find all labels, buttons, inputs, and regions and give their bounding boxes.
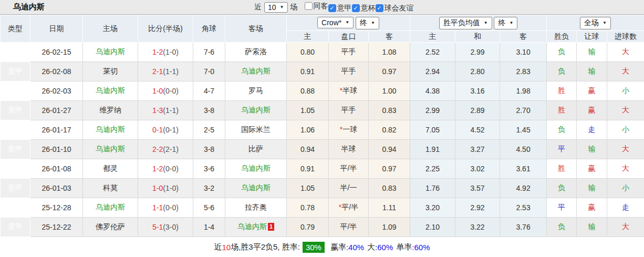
cell-handicap: 平手 — [329, 43, 369, 62]
footer-single-label: 单率 — [396, 242, 412, 252]
col-score: 比分(半场) — [138, 15, 193, 43]
cell-date: 26-02-15 — [30, 43, 83, 62]
cell-score: 1-1(0-0) — [138, 198, 193, 218]
handicap-text: 平/半 — [341, 203, 358, 211]
handicap-text: 半/一 — [340, 183, 357, 192]
half-score: (1-0) — [163, 184, 179, 192]
cell-avg-draw: 2.99 — [455, 43, 500, 62]
cell-avg-win: 2.52 — [410, 43, 455, 62]
table-row: 意甲 26-01-08 都灵 1-2(0-0) 3-6 乌迪内斯 0.91 平/… — [1, 159, 644, 179]
cell-handicap: 半球 — [329, 140, 369, 159]
footer-summary: 场,胜3平2负5, 胜率: — [231, 242, 300, 252]
col-handicap: 盘口 — [329, 31, 369, 43]
away-team-name: 比萨 — [248, 145, 263, 153]
home-team-name: 乌迪内斯 — [96, 86, 125, 95]
filter-controls: 近 10 ▼ 场 同客✓意甲✓意杯✓球会友谊 — [254, 0, 414, 14]
avg-select-group: 胜平负均值 ▼ 终 ▼ — [410, 15, 547, 31]
cell-odds-away: 0.94 — [369, 140, 410, 159]
odds-stage-select[interactable]: 终 ▼ — [356, 17, 379, 29]
cell-date: 26-01-17 — [30, 120, 83, 140]
cell-score: 1-3(1-1) — [138, 101, 193, 120]
cell-avg-lose: 1.98 — [500, 81, 547, 101]
odds-stage-value: 终 — [360, 18, 367, 28]
cell-avg-win: 3.20 — [410, 198, 455, 218]
home-team-name: 维罗纳 — [99, 106, 121, 114]
checkbox-icon[interactable]: ✓ — [352, 4, 360, 12]
handicap-text: 平手 — [341, 106, 356, 114]
cell-goals-result: 大 — [607, 159, 644, 179]
half-score: (1-1) — [163, 67, 179, 76]
cell-avg-win: 1.76 — [410, 179, 455, 198]
cell-corners: 3-6 — [193, 159, 225, 179]
cell-goals-result: 小 — [607, 120, 644, 140]
cell-home-team: 乌迪内斯 — [83, 140, 138, 159]
col-type: 类型 — [1, 15, 30, 43]
chevron-down-icon: ▼ — [603, 20, 607, 25]
cell-avg-draw: 2.92 — [455, 198, 500, 218]
cell-avg-win: 2.94 — [410, 62, 455, 81]
final-score: 1-2 — [152, 165, 163, 173]
cell-league: 意甲 — [1, 101, 30, 120]
matches-label: 场 — [290, 3, 298, 12]
footer-win-pct: :40% — [346, 243, 364, 252]
filter-checkbox[interactable]: ✓意杯 — [352, 4, 376, 13]
checkbox-icon[interactable]: ✓ — [328, 4, 336, 12]
cell-date: 26-01-08 — [30, 159, 83, 179]
cell-away-team: 比萨 — [225, 140, 287, 159]
cell-handicap: *半球 — [329, 81, 369, 101]
cell-score: 1-0(1-0) — [138, 179, 193, 198]
checkbox-icon[interactable] — [305, 2, 313, 10]
cell-avg-win: 2.10 — [410, 218, 455, 237]
chevron-down-icon: ▼ — [371, 20, 375, 25]
cell-home-team: 乌迪内斯 — [83, 81, 138, 101]
cell-handicap: 平/半 — [329, 159, 369, 179]
cell-score: 5-1(3-0) — [138, 218, 193, 237]
avg-type-select[interactable]: 胜平负均值 ▼ — [439, 17, 492, 29]
cell-league: 意甲 — [1, 198, 30, 218]
checkbox-icon[interactable]: ✓ — [376, 4, 383, 12]
cell-handicap-result: 输 — [577, 218, 607, 237]
cell-corners: 7-0 — [193, 62, 225, 81]
cell-avg-lose: 2.53 — [500, 198, 547, 218]
chevron-down-icon: ▼ — [280, 5, 284, 9]
half-score: (2-1) — [163, 145, 179, 153]
col-result: 胜负 — [547, 31, 577, 43]
cell-avg-draw: 3.27 — [455, 140, 500, 159]
cell-goals-result: 小 — [607, 81, 644, 101]
handicap-text: 平手 — [341, 67, 356, 75]
cell-odds-away: 0.97 — [369, 159, 410, 179]
avg-type-value: 胜平负均值 — [443, 18, 480, 28]
filter-checkbox[interactable]: ✓球会友谊 — [376, 4, 414, 13]
col-date: 日期 — [30, 15, 83, 43]
cell-date: 26-02-03 — [30, 81, 83, 101]
table-row: 意甲 26-01-03 科莫 1-0(1-0) 3-2 乌迪内斯 1.05 半/… — [1, 179, 644, 198]
cell-league: 意甲 — [1, 140, 30, 159]
cell-odds-home: 0.91 — [287, 159, 329, 179]
match-count-select[interactable]: 10 ▼ — [264, 2, 288, 13]
scope-select[interactable]: 全场 ▼ — [580, 17, 611, 29]
avg-stage-select[interactable]: 终 ▼ — [494, 17, 517, 29]
cell-league: 意甲 — [1, 62, 30, 81]
handicap-text: 平/半 — [340, 222, 357, 231]
cell-odds-home: 0.79 — [287, 218, 329, 237]
final-score: 1-0 — [152, 87, 163, 95]
handicap-text: 平/半 — [340, 164, 357, 172]
col-avg-away: 客 — [500, 31, 547, 43]
odds-provider-select[interactable]: Crow* ▼ — [317, 17, 354, 28]
handicap-text: 平手 — [341, 47, 356, 56]
cell-avg-draw: 2.80 — [455, 62, 500, 81]
half-score: (3-0) — [163, 223, 179, 231]
cell-result: 负 — [547, 62, 577, 81]
cell-corners: 3-8 — [193, 140, 225, 159]
promotion-badge: 1 — [268, 223, 274, 231]
footer-count: 10 — [222, 243, 231, 252]
final-score: 0-1 — [152, 126, 163, 134]
filter-checkbox[interactable]: ✓意甲 — [328, 4, 352, 13]
match-history-panel: 乌迪内斯 近 10 ▼ 场 同客✓意甲✓意杯✓球会友谊 类型 日期 主场 比分(… — [0, 0, 644, 257]
filter-checkbox[interactable]: 同客 — [305, 2, 328, 11]
away-team-name: 萨索洛 — [245, 47, 267, 56]
table-row: 意甲 26-02-03 乌迪内斯 1-0(0-0) 4-7 罗马 0.88 *半… — [1, 81, 644, 101]
cell-corners: 1-4 — [193, 218, 225, 237]
checkbox-label: 球会友谊 — [385, 4, 414, 13]
cell-home-team: 莱切 — [83, 62, 138, 81]
